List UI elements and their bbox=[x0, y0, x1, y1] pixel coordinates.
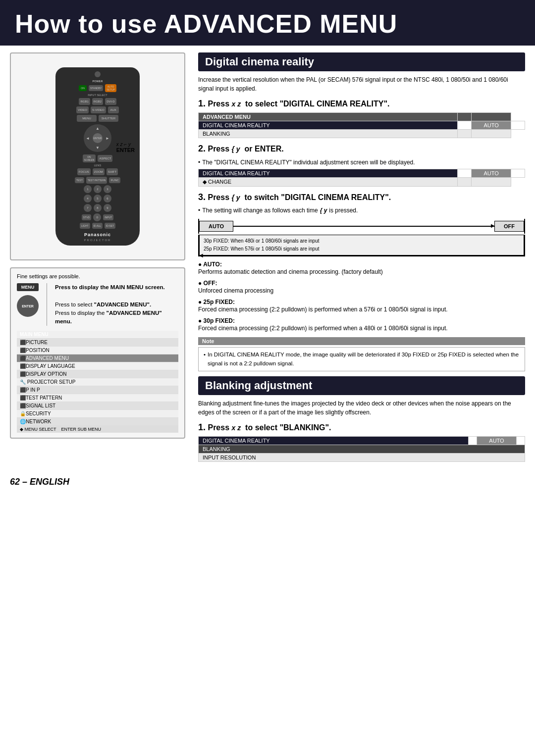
main-menu-header: MAIN MENU bbox=[17, 331, 178, 339]
step2-keys: { y bbox=[232, 145, 240, 153]
dpad-right[interactable]: ► bbox=[106, 136, 109, 141]
btn-rgb1[interactable]: RGB1 bbox=[79, 98, 90, 105]
btn-svideo[interactable]: S-VIDEO bbox=[91, 106, 106, 113]
step2: 2. Press { y or ENTER. The "DIGITAL CINE… bbox=[198, 143, 525, 186]
dpad-left[interactable]: ◄ bbox=[86, 136, 90, 141]
btn-5[interactable]: 5 bbox=[94, 195, 102, 202]
remote-row-123: 1 2 3 bbox=[60, 185, 135, 193]
btn-auto[interactable]: AUTOSETUP bbox=[105, 84, 116, 92]
remote-row-lens: FOCUS ZOOM SHIFT bbox=[60, 168, 135, 175]
blanking-dcr-value: AUTO bbox=[477, 437, 517, 445]
btn-focus[interactable]: FOCUS bbox=[77, 168, 91, 175]
menu-row-blanking: BLANKING bbox=[199, 130, 525, 138]
btn-testpattern[interactable]: TEST PATTERN bbox=[86, 177, 107, 184]
menu-item-network: 🌐NETWORK bbox=[17, 418, 178, 426]
btn-9[interactable]: 9 bbox=[104, 204, 111, 212]
step1-num: 1. bbox=[198, 99, 206, 108]
btn-aspect[interactable]: ASPECT bbox=[98, 155, 112, 162]
off-heading: ● OFF: bbox=[198, 280, 217, 287]
remote-illustration: MENU POWER ON STANDBY AUTOSETUP INPUT SE… bbox=[10, 52, 185, 260]
icon-column: MENU ENTER bbox=[17, 283, 39, 317]
remote-dpad[interactable]: ▲ ▼ ◄ ► ENTER bbox=[84, 124, 111, 152]
step2-change-label: ◆ CHANGE bbox=[199, 177, 458, 186]
power-label: POWER bbox=[93, 80, 103, 83]
dpad-down[interactable]: ▼ bbox=[96, 146, 100, 150]
btn-0[interactable]: 0 bbox=[93, 213, 101, 221]
remote-sensor bbox=[95, 71, 101, 77]
input-select-label: INPUT SELECT bbox=[88, 94, 107, 97]
btn-shutter[interactable]: SHUTTER bbox=[99, 115, 118, 122]
instr-text-3: Press to display the "ADVANCED MENU" men… bbox=[55, 309, 178, 326]
btn-zoom[interactable]: ZOOM bbox=[93, 168, 105, 175]
btn-menu[interactable]: MENU bbox=[77, 115, 97, 122]
btn-video[interactable]: VIDEO bbox=[76, 106, 89, 113]
main-menu-table: MAIN MENU ⬛PICTURE ⬛POSITION ⬛ADVANCED M… bbox=[17, 331, 178, 426]
btn-standby[interactable]: STANDBY bbox=[89, 85, 103, 91]
btn-func[interactable]: FUNC bbox=[109, 177, 120, 183]
btn-on[interactable]: ON bbox=[79, 85, 87, 91]
step1-keys: x z bbox=[232, 100, 241, 108]
blanking-empty bbox=[458, 130, 472, 138]
blanking-dcr-label: DIGITAL CINEMA REALITY bbox=[199, 437, 469, 445]
btn-shift[interactable]: SHIFT bbox=[107, 168, 118, 175]
projector-text: PROJECTOR bbox=[84, 239, 111, 242]
menu-item-advanced[interactable]: ⬛ADVANCED MENU bbox=[17, 354, 178, 362]
fixed30-heading: ● 30p FIXED: bbox=[198, 317, 235, 324]
remote-control: POWER ON STANDBY AUTOSETUP INPUT SELECT … bbox=[55, 67, 140, 246]
menu-row-adv-header: ADVANCED MENU bbox=[199, 113, 525, 121]
btn-input[interactable]: INPUT bbox=[103, 214, 113, 220]
page-header: How to use ADVANCED MENU bbox=[0, 0, 535, 46]
instruction-box: Fine settings are possible. MENU ENTER P… bbox=[10, 267, 185, 439]
blanking-row-label[interactable]: BLANKING bbox=[199, 445, 525, 454]
section1-intro: Increase the vertical resolution when th… bbox=[198, 75, 525, 93]
remote-row-0: STVD 0 INPUT bbox=[60, 213, 135, 221]
btn-idset[interactable]: ID·SET bbox=[105, 223, 115, 229]
btn-8[interactable]: 8 bbox=[94, 204, 102, 212]
step2-arrow-left: ◄ bbox=[458, 169, 472, 177]
blanking-step1-keys: x z bbox=[232, 424, 241, 432]
btn-idall[interactable]: ID·ALL bbox=[92, 223, 103, 229]
btn-2[interactable]: 2 bbox=[94, 185, 102, 193]
btn-7[interactable]: 7 bbox=[84, 204, 92, 212]
cycle-auto: AUTO bbox=[199, 221, 233, 232]
step3-heading: 3. Press { y to switch "DIGITAL CINEMA R… bbox=[198, 192, 525, 203]
fixed30-text: Forced cinema processing (2:2 pulldown) … bbox=[198, 324, 525, 333]
btn-aux[interactable]: AUX bbox=[108, 106, 119, 113]
menu-footer-select: ◆ MENU SELECT bbox=[20, 427, 56, 432]
dcr-value: AUTO bbox=[472, 121, 511, 130]
btn-6[interactable]: 6 bbox=[104, 195, 111, 202]
remote-row-456: 4 5 6 bbox=[60, 195, 135, 202]
step2-heading: 2. Press { y or ENTER. bbox=[198, 143, 525, 154]
dcr-arrow-right: ► bbox=[511, 121, 525, 130]
instruction-note: Fine settings are possible. bbox=[17, 273, 178, 279]
btn-stv0[interactable]: STVD bbox=[82, 214, 91, 220]
instr-text-1: Press to display the MAIN MENU screen. bbox=[55, 283, 178, 292]
btn-light[interactable]: LIGHT bbox=[80, 223, 90, 229]
btn-4[interactable]: 4 bbox=[84, 195, 92, 202]
panasonic-logo: Panasonic bbox=[84, 232, 111, 237]
menu-item-security: 🔒SECURITY bbox=[17, 410, 178, 418]
btn-test[interactable]: TEST bbox=[75, 177, 84, 183]
step2-value: AUTO bbox=[472, 169, 511, 177]
auto-text: Performs automatic detection and cinema … bbox=[198, 268, 525, 276]
blanking-menu-row1: DIGITAL CINEMA REALITY AUTO bbox=[199, 437, 525, 445]
blanking-step1: 1. Press x z to select "BLANKING". DIGIT… bbox=[198, 422, 525, 462]
btn-3[interactable]: 3 bbox=[104, 185, 111, 193]
remote-row-789: 7 8 9 bbox=[60, 204, 135, 212]
btn-1[interactable]: 1 bbox=[84, 185, 92, 193]
adv-menu-empty bbox=[458, 113, 472, 121]
dpad-enter[interactable]: ENTER bbox=[93, 133, 103, 143]
step1-menu: ADVANCED MENU DIGITAL CINEMA REALITY ◄ A… bbox=[198, 112, 525, 138]
btn-dvid[interactable]: DVI-D bbox=[105, 98, 116, 105]
menu-btn-icon: MENU bbox=[17, 283, 39, 291]
btn-onscreen[interactable]: ONSCREEN bbox=[83, 154, 96, 162]
menu-item-pip: ⬛P IN P bbox=[17, 386, 178, 394]
btn-rgb2[interactable]: RGB2 bbox=[92, 98, 103, 105]
off-text: Unforced cinema processing bbox=[198, 287, 525, 295]
step3-bullet: The setting will change as follows each … bbox=[198, 206, 525, 215]
menu-item-display-lang: ⬛DISPLAY LANGUAGE bbox=[17, 362, 178, 370]
blanking-menu-row2[interactable]: BLANKING bbox=[199, 445, 525, 454]
dpad-up[interactable]: ▲ bbox=[96, 126, 100, 131]
step3: 3. Press { y to switch "DIGITAL CINEMA R… bbox=[198, 192, 525, 333]
dcr-arrow-left: ◄ bbox=[458, 121, 472, 130]
